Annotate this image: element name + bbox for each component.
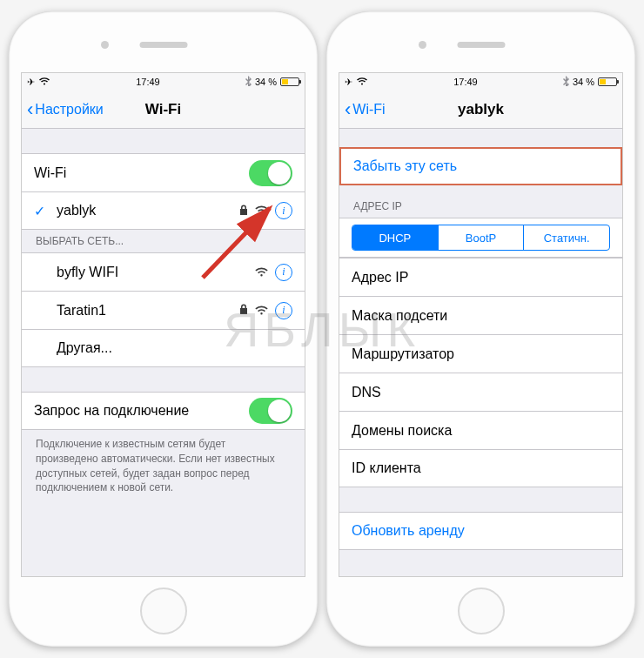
back-button[interactable]: ‹ Wi-Fi — [339, 101, 386, 118]
speaker — [457, 42, 505, 48]
wifi-toggle-label: Wi-Fi — [34, 165, 249, 181]
row-router[interactable]: Маршрутизатор — [339, 334, 622, 373]
status-bar: ✈︎ 17:49 34 % — [339, 73, 622, 91]
renew-lease-button[interactable]: Обновить аренду — [339, 512, 622, 550]
network-row-byfly[interactable]: byfly WIFI i — [22, 252, 305, 291]
row-search[interactable]: Домены поиска — [339, 411, 622, 449]
battery-icon — [598, 77, 617, 86]
status-bar: ✈︎ 17:49 34 % — [22, 73, 305, 91]
ip-mode-wrap: DHCP BootP Статичн. — [339, 218, 622, 258]
battery-percent: 34 % — [573, 77, 594, 87]
wifi-status-icon — [356, 77, 368, 87]
speaker — [139, 42, 187, 48]
status-time: 17:49 — [453, 77, 478, 87]
status-time: 17:49 — [136, 77, 160, 87]
ask-join-switch[interactable] — [249, 398, 292, 424]
screen-right: ✈︎ 17:49 34 % ‹ Wi-Fi yablyk — [339, 72, 623, 577]
back-label: Wi-Fi — [352, 102, 385, 118]
wifi-signal-icon — [255, 304, 268, 318]
connected-name: yablyk — [57, 203, 239, 218]
ip-header: АДРЕС IP — [339, 185, 622, 218]
row-client[interactable]: ID клиента — [339, 449, 622, 487]
battery-icon — [280, 77, 299, 86]
choose-network-header: ВЫБРАТЬ СЕТЬ... — [22, 230, 305, 252]
bluetooth-icon — [245, 76, 252, 88]
home-button[interactable] — [458, 588, 505, 634]
ask-join-label: Запрос на подключение — [34, 403, 249, 419]
airplane-icon: ✈︎ — [27, 77, 35, 88]
ip-mode-segmented[interactable]: DHCP BootP Статичн. — [352, 225, 610, 251]
back-button[interactable]: ‹ Настройки — [22, 101, 104, 118]
seg-static[interactable]: Статичн. — [523, 225, 609, 250]
wifi-toggle-row[interactable]: Wi-Fi — [22, 153, 305, 191]
lock-icon — [239, 304, 248, 317]
navbar: ‹ Wi-Fi yablyk — [339, 91, 622, 129]
navbar: ‹ Настройки Wi-Fi — [22, 91, 305, 129]
seg-dhcp[interactable]: DHCP — [352, 225, 438, 250]
phone-left: ✈︎ 17:49 34 % ‹ Настройки W — [9, 11, 318, 647]
content-left: Wi-Fi ✓ yablyk i ВЫБРАТЬ СЕТЬ... — [22, 129, 305, 576]
ask-join-footer: Подключение к известным сетям будет прои… — [22, 430, 305, 502]
info-icon[interactable]: i — [275, 264, 292, 281]
chevron-left-icon: ‹ — [27, 101, 33, 118]
network-name: Taratin1 — [57, 303, 239, 319]
checkmark-icon: ✓ — [34, 203, 45, 219]
home-button[interactable] — [140, 588, 187, 634]
other-network-row[interactable]: Другая... — [22, 329, 305, 367]
airplane-icon: ✈︎ — [345, 77, 352, 88]
wifi-switch[interactable] — [249, 160, 292, 186]
phone-right: ✈︎ 17:49 34 % ‹ Wi-Fi yablyk — [326, 11, 635, 647]
other-label: Другая... — [57, 340, 292, 356]
network-name: byfly WIFI — [57, 265, 255, 280]
forget-label: Забыть эту сеть — [353, 158, 457, 174]
network-row-taratin[interactable]: Taratin1 i — [22, 291, 305, 329]
front-camera — [419, 41, 426, 49]
wifi-status-icon — [38, 77, 50, 87]
row-mask[interactable]: Маска подсети — [339, 296, 622, 334]
front-camera — [101, 41, 109, 49]
content-right: Забыть эту сеть АДРЕС IP DHCP BootP Стат… — [339, 129, 622, 576]
battery-percent: 34 % — [255, 77, 277, 87]
row-dns[interactable]: DNS — [339, 373, 622, 411]
wifi-signal-icon — [255, 265, 268, 279]
screen-left: ✈︎ 17:49 34 % ‹ Настройки W — [21, 72, 305, 577]
ask-to-join-row[interactable]: Запрос на подключение — [22, 392, 305, 430]
lock-icon — [239, 205, 248, 218]
wifi-signal-icon — [255, 204, 268, 218]
chevron-left-icon: ‹ — [345, 101, 351, 118]
forget-network-button[interactable]: Забыть эту сеть — [339, 147, 622, 185]
seg-bootp[interactable]: BootP — [438, 225, 524, 250]
back-label: Настройки — [35, 102, 103, 118]
row-ip[interactable]: Адрес IP — [339, 258, 622, 296]
connected-network-row[interactable]: ✓ yablyk i — [22, 191, 305, 230]
info-icon[interactable]: i — [275, 202, 292, 219]
info-icon[interactable]: i — [275, 302, 292, 319]
bluetooth-icon — [563, 76, 569, 88]
